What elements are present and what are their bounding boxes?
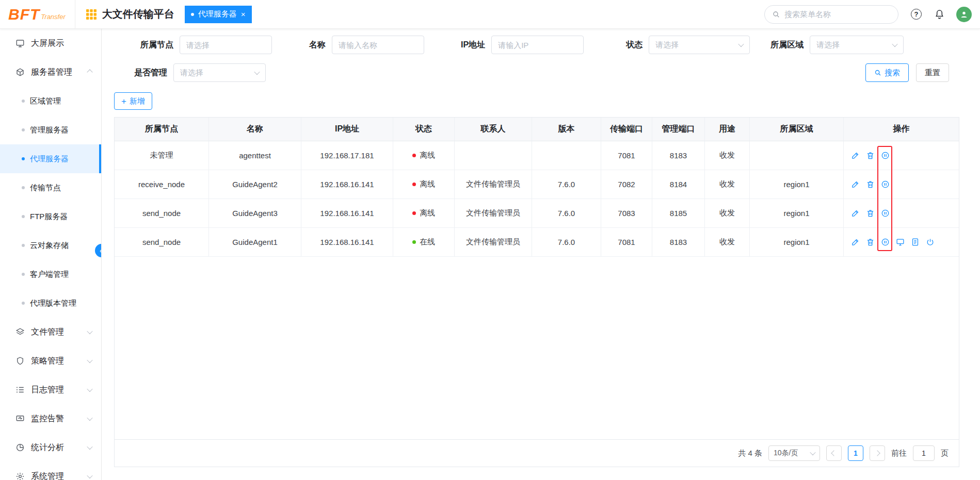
edit-icon[interactable] [851, 209, 860, 218]
sidebar-item-policy-management[interactable]: 策略管理 [0, 346, 101, 375]
sidebar-item-transfer-node[interactable]: 传输节点 [0, 173, 101, 202]
pause-icon[interactable] [881, 151, 890, 160]
status-offline-dot [412, 211, 416, 215]
sidebar-item-region-management[interactable]: 区域管理 [0, 87, 101, 115]
column-header: IP地址 [301, 118, 393, 141]
ip-filter-label: IP地址 [461, 40, 485, 51]
sidebar-item-proxy-server[interactable]: 代理服务器 [0, 144, 101, 173]
cell-operations [844, 199, 959, 228]
search-button[interactable]: 搜索 [865, 63, 909, 82]
ip-filter-input[interactable] [491, 36, 584, 54]
total-count-label: 共 4 条 [738, 449, 762, 458]
status-text: 离线 [420, 208, 435, 218]
apps-grid-icon[interactable] [86, 9, 97, 20]
next-page-button[interactable] [870, 445, 885, 461]
document-icon[interactable] [911, 238, 920, 246]
name-filter-label: 名称 [309, 40, 326, 51]
bullet-icon [22, 215, 25, 218]
sidebar-item-ftp-server[interactable]: FTP服务器 [0, 202, 101, 231]
sidebar-item-label: 区域管理 [30, 96, 61, 106]
notifications-bell-icon[interactable] [934, 9, 945, 20]
cell-transfer-port: 7083 [601, 199, 652, 228]
sidebar-item-big-screen[interactable]: 大屏展示 [0, 29, 101, 58]
managed-filter-select[interactable]: 请选择 [173, 63, 266, 82]
region-filter-select[interactable]: 请选择 [810, 36, 904, 54]
header-divider [75, 0, 75, 29]
files-icon [15, 327, 25, 337]
chevron-left-icon [831, 450, 837, 456]
prev-page-button[interactable] [826, 445, 842, 461]
cell-operations [844, 228, 959, 257]
delete-icon[interactable] [866, 180, 875, 189]
sidebar-item-cloud-object-storage[interactable]: 云对象存储 [0, 231, 101, 260]
reset-button[interactable]: 重置 [916, 63, 949, 82]
sidebar-item-label: 日志管理 [31, 385, 64, 395]
status-offline-dot [412, 154, 416, 157]
managed-filter-label: 是否管理 [134, 68, 167, 78]
monitor-icon[interactable] [896, 238, 905, 246]
cell-name: GuideAgent2 [209, 170, 301, 199]
sidebar-item-client-management[interactable]: 客户端管理 [0, 260, 101, 289]
sidebar-item-file-management[interactable]: 文件管理 [0, 318, 101, 346]
user-avatar[interactable] [956, 7, 972, 22]
search-icon [874, 69, 881, 76]
delete-icon[interactable] [866, 209, 875, 218]
table-row: 未管理 agenttest 192.168.17.181 离线 7081 818… [115, 141, 959, 170]
chevron-down-icon [738, 41, 744, 47]
delete-icon[interactable] [866, 238, 875, 246]
cell-manage-port: 8183 [652, 228, 705, 257]
status-select-placeholder: 请选择 [655, 40, 679, 50]
sidebar-item-log-management[interactable]: 日志管理 [0, 375, 101, 404]
goto-page-input[interactable] [913, 445, 935, 461]
chevron-down-icon [87, 415, 92, 421]
logo-text: BFT [8, 7, 40, 22]
monitor-icon [15, 414, 25, 423]
cell-contact: 文件传输管理员 [455, 170, 532, 199]
add-button[interactable]: + 新增 [114, 92, 152, 110]
gear-icon [15, 472, 25, 480]
sidebar-item-server-management[interactable]: 服务器管理 [0, 58, 101, 87]
edit-icon[interactable] [851, 238, 860, 246]
delete-icon[interactable] [866, 151, 875, 160]
status-text: 离线 [420, 151, 435, 160]
cell-status: 离线 [393, 141, 455, 170]
menu-search-box[interactable] [764, 5, 898, 24]
tab-proxy-server[interactable]: 代理服务器 × [185, 6, 252, 23]
bullet-icon [22, 273, 25, 276]
sidebar-item-management-server[interactable]: 管理服务器 [0, 115, 101, 144]
power-icon[interactable] [926, 238, 935, 246]
pause-icon[interactable] [881, 180, 890, 189]
sidebar-item-system-management[interactable]: 系统管理 [0, 462, 101, 480]
cell-region: region1 [750, 199, 844, 228]
column-header: 状态 [393, 118, 455, 141]
page-size-select[interactable]: 10条/页 [768, 445, 820, 461]
pause-icon[interactable] [881, 209, 890, 218]
help-icon[interactable]: ? [911, 9, 922, 20]
sidebar-item-proxy-version-management[interactable]: 代理版本管理 [0, 289, 101, 318]
sidebar-item-monitoring-alerts[interactable]: 监控告警 [0, 404, 101, 433]
column-header: 用途 [705, 118, 750, 141]
pause-icon[interactable] [881, 238, 890, 246]
page-1-button[interactable]: 1 [848, 445, 863, 461]
menu-search-input[interactable] [784, 10, 891, 19]
cell-version: 7.6.0 [532, 199, 601, 228]
node-filter-label: 所属节点 [140, 40, 173, 51]
cell-manage-port: 8185 [652, 199, 705, 228]
sidebar-item-label: 客户端管理 [30, 270, 69, 279]
chevron-down-icon [87, 386, 92, 392]
edit-icon[interactable] [851, 151, 860, 160]
status-offline-dot [412, 183, 416, 186]
tab-close-icon[interactable]: × [241, 10, 246, 18]
node-filter-input[interactable] [180, 36, 272, 54]
cell-status: 离线 [393, 199, 455, 228]
sidebar-item-statistics[interactable]: 统计分析 [0, 433, 101, 462]
name-filter-input[interactable] [332, 36, 424, 54]
sidebar-item-label: 策略管理 [31, 356, 64, 367]
status-filter-select[interactable]: 请选择 [649, 36, 750, 54]
column-header: 联系人 [455, 118, 532, 141]
search-icon [772, 10, 780, 19]
sidebar: 大屏展示 服务器管理 区域管理 管理服务器 代理服务器 传输节点 FTP服 [0, 29, 102, 480]
edit-icon[interactable] [851, 180, 860, 189]
cell-name: agenttest [209, 141, 301, 170]
sidebar-item-label: 代理服务器 [30, 154, 69, 164]
